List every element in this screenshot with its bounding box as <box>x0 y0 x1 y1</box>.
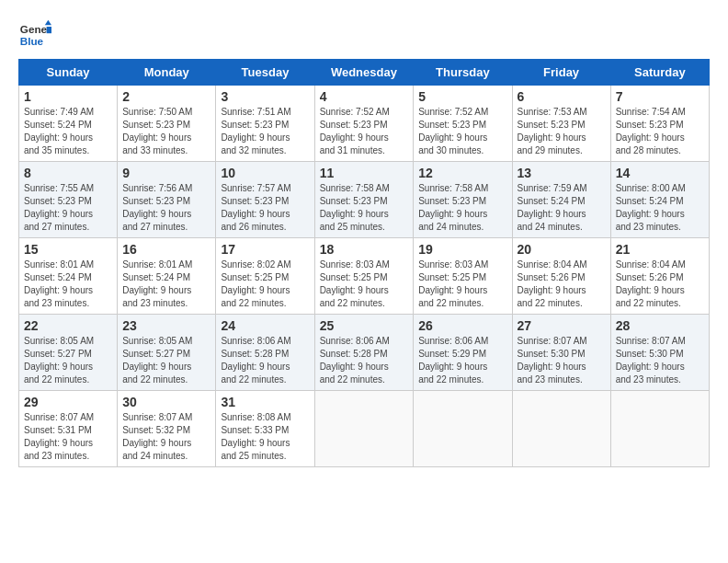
calendar-header-row: SundayMondayTuesdayWednesdayThursdayFrid… <box>19 60 710 86</box>
day-number: 2 <box>122 89 210 104</box>
day-info: Sunrise: 8:07 AMSunset: 5:30 PMDaylight:… <box>616 335 704 386</box>
page-header: General Blue <box>18 18 710 52</box>
calendar-week-row: 22Sunrise: 8:05 AMSunset: 5:27 PMDayligh… <box>19 315 710 391</box>
day-number: 7 <box>616 89 704 104</box>
day-info: Sunrise: 8:03 AMSunset: 5:25 PMDaylight:… <box>418 259 506 310</box>
header-saturday: Saturday <box>610 60 709 86</box>
calendar-cell: 19Sunrise: 8:03 AMSunset: 5:25 PMDayligh… <box>414 238 512 315</box>
calendar-cell: 31Sunrise: 8:08 AMSunset: 5:33 PMDayligh… <box>216 391 314 467</box>
day-number: 4 <box>320 89 409 104</box>
calendar-table: SundayMondayTuesdayWednesdayThursdayFrid… <box>18 59 710 467</box>
calendar-cell: 6Sunrise: 7:53 AMSunset: 5:23 PMDaylight… <box>512 86 610 162</box>
calendar-cell: 8Sunrise: 7:55 AMSunset: 5:23 PMDaylight… <box>19 162 118 238</box>
logo: General Blue <box>18 18 51 52</box>
calendar-cell: 24Sunrise: 8:06 AMSunset: 5:28 PMDayligh… <box>216 315 314 391</box>
header-sunday: Sunday <box>19 60 118 86</box>
day-number: 20 <box>518 242 606 257</box>
calendar-week-row: 1Sunrise: 7:49 AMSunset: 5:24 PMDaylight… <box>19 86 710 162</box>
day-number: 11 <box>320 166 409 180</box>
calendar-week-row: 8Sunrise: 7:55 AMSunset: 5:23 PMDaylight… <box>19 162 710 238</box>
calendar-cell: 28Sunrise: 8:07 AMSunset: 5:30 PMDayligh… <box>610 315 709 391</box>
calendar-cell <box>610 391 709 467</box>
day-number: 18 <box>320 242 409 257</box>
calendar-cell: 20Sunrise: 8:04 AMSunset: 5:26 PMDayligh… <box>512 238 610 315</box>
calendar-cell: 4Sunrise: 7:52 AMSunset: 5:23 PMDaylight… <box>314 86 414 162</box>
day-info: Sunrise: 7:58 AMSunset: 5:23 PMDaylight:… <box>418 182 506 234</box>
day-number: 1 <box>24 89 112 104</box>
day-info: Sunrise: 8:06 AMSunset: 5:28 PMDaylight:… <box>221 335 309 386</box>
calendar-cell: 12Sunrise: 7:58 AMSunset: 5:23 PMDayligh… <box>414 162 512 238</box>
calendar-cell: 13Sunrise: 7:59 AMSunset: 5:24 PMDayligh… <box>512 162 610 238</box>
calendar-cell: 7Sunrise: 7:54 AMSunset: 5:23 PMDaylight… <box>610 86 709 162</box>
calendar-cell <box>314 391 414 467</box>
svg-text:Blue: Blue <box>20 35 44 47</box>
day-number: 24 <box>221 318 309 333</box>
day-info: Sunrise: 8:07 AMSunset: 5:31 PMDaylight:… <box>24 411 112 463</box>
day-info: Sunrise: 8:02 AMSunset: 5:25 PMDaylight:… <box>221 259 309 310</box>
calendar-cell: 15Sunrise: 8:01 AMSunset: 5:24 PMDayligh… <box>19 238 118 315</box>
day-number: 15 <box>24 242 112 257</box>
day-info: Sunrise: 7:59 AMSunset: 5:24 PMDaylight:… <box>518 182 606 234</box>
header-monday: Monday <box>118 60 216 86</box>
day-number: 16 <box>122 242 210 257</box>
calendar-cell: 5Sunrise: 7:52 AMSunset: 5:23 PMDaylight… <box>414 86 512 162</box>
day-info: Sunrise: 7:52 AMSunset: 5:23 PMDaylight:… <box>418 106 506 157</box>
day-info: Sunrise: 7:52 AMSunset: 5:23 PMDaylight:… <box>320 106 409 157</box>
calendar-cell <box>512 391 610 467</box>
header-friday: Friday <box>512 60 610 86</box>
day-info: Sunrise: 7:49 AMSunset: 5:24 PMDaylight:… <box>24 106 112 157</box>
day-info: Sunrise: 8:00 AMSunset: 5:24 PMDaylight:… <box>616 182 704 234</box>
day-info: Sunrise: 8:05 AMSunset: 5:27 PMDaylight:… <box>24 335 112 386</box>
day-info: Sunrise: 8:06 AMSunset: 5:28 PMDaylight:… <box>320 335 409 386</box>
calendar-cell: 17Sunrise: 8:02 AMSunset: 5:25 PMDayligh… <box>216 238 314 315</box>
header-thursday: Thursday <box>414 60 512 86</box>
day-number: 30 <box>122 395 210 409</box>
calendar-cell: 29Sunrise: 8:07 AMSunset: 5:31 PMDayligh… <box>19 391 118 467</box>
day-number: 14 <box>616 166 704 180</box>
svg-marker-3 <box>47 27 51 33</box>
day-info: Sunrise: 8:03 AMSunset: 5:25 PMDaylight:… <box>320 259 409 310</box>
calendar-cell: 9Sunrise: 7:56 AMSunset: 5:23 PMDaylight… <box>118 162 216 238</box>
logo-icon: General Blue <box>18 18 51 52</box>
day-number: 25 <box>320 318 409 333</box>
day-info: Sunrise: 8:07 AMSunset: 5:32 PMDaylight:… <box>122 411 210 463</box>
day-number: 31 <box>221 395 309 409</box>
calendar-cell: 3Sunrise: 7:51 AMSunset: 5:23 PMDaylight… <box>216 86 314 162</box>
day-info: Sunrise: 8:07 AMSunset: 5:30 PMDaylight:… <box>518 335 606 386</box>
day-info: Sunrise: 7:56 AMSunset: 5:23 PMDaylight:… <box>122 182 210 234</box>
day-info: Sunrise: 7:50 AMSunset: 5:23 PMDaylight:… <box>122 106 210 157</box>
day-number: 10 <box>221 166 309 180</box>
day-number: 23 <box>122 318 210 333</box>
day-number: 28 <box>616 318 704 333</box>
calendar-cell: 14Sunrise: 8:00 AMSunset: 5:24 PMDayligh… <box>610 162 709 238</box>
calendar-cell: 16Sunrise: 8:01 AMSunset: 5:24 PMDayligh… <box>118 238 216 315</box>
day-number: 9 <box>122 166 210 180</box>
day-info: Sunrise: 7:55 AMSunset: 5:23 PMDaylight:… <box>24 182 112 234</box>
calendar-cell: 27Sunrise: 8:07 AMSunset: 5:30 PMDayligh… <box>512 315 610 391</box>
calendar-week-row: 15Sunrise: 8:01 AMSunset: 5:24 PMDayligh… <box>19 238 710 315</box>
day-info: Sunrise: 8:04 AMSunset: 5:26 PMDaylight:… <box>616 259 704 310</box>
calendar-cell: 21Sunrise: 8:04 AMSunset: 5:26 PMDayligh… <box>610 238 709 315</box>
calendar-cell: 26Sunrise: 8:06 AMSunset: 5:29 PMDayligh… <box>414 315 512 391</box>
day-info: Sunrise: 8:01 AMSunset: 5:24 PMDaylight:… <box>24 259 112 310</box>
day-number: 8 <box>24 166 112 180</box>
calendar-cell: 25Sunrise: 8:06 AMSunset: 5:28 PMDayligh… <box>314 315 414 391</box>
day-number: 3 <box>221 89 309 104</box>
day-info: Sunrise: 8:01 AMSunset: 5:24 PMDaylight:… <box>122 259 210 310</box>
day-info: Sunrise: 8:06 AMSunset: 5:29 PMDaylight:… <box>418 335 506 386</box>
calendar-cell: 10Sunrise: 7:57 AMSunset: 5:23 PMDayligh… <box>216 162 314 238</box>
calendar-cell: 11Sunrise: 7:58 AMSunset: 5:23 PMDayligh… <box>314 162 414 238</box>
day-number: 29 <box>24 395 112 409</box>
day-info: Sunrise: 8:08 AMSunset: 5:33 PMDaylight:… <box>221 411 309 463</box>
day-number: 26 <box>418 318 506 333</box>
day-number: 13 <box>518 166 606 180</box>
header-wednesday: Wednesday <box>314 60 414 86</box>
day-number: 5 <box>418 89 506 104</box>
day-info: Sunrise: 8:05 AMSunset: 5:27 PMDaylight:… <box>122 335 210 386</box>
day-info: Sunrise: 8:04 AMSunset: 5:26 PMDaylight:… <box>518 259 606 310</box>
calendar-week-row: 29Sunrise: 8:07 AMSunset: 5:31 PMDayligh… <box>19 391 710 467</box>
calendar-cell: 22Sunrise: 8:05 AMSunset: 5:27 PMDayligh… <box>19 315 118 391</box>
calendar-cell: 1Sunrise: 7:49 AMSunset: 5:24 PMDaylight… <box>19 86 118 162</box>
calendar-cell <box>414 391 512 467</box>
day-number: 17 <box>221 242 309 257</box>
